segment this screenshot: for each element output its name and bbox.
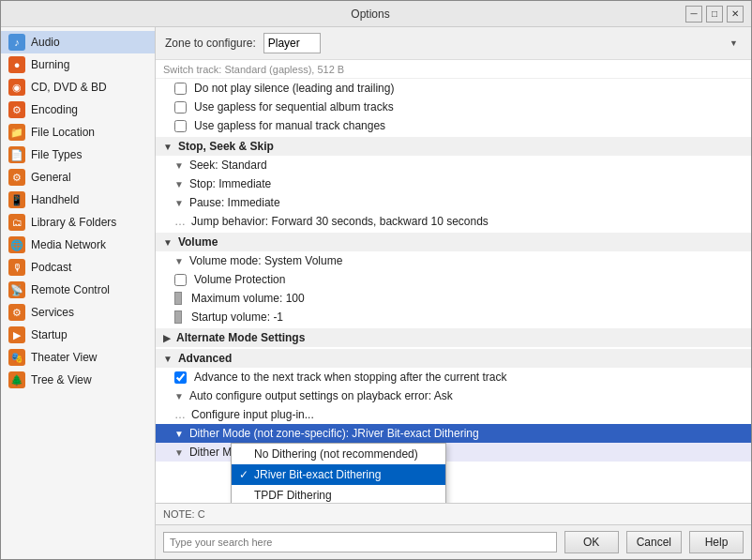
maximize-button[interactable]: □ <box>706 6 723 23</box>
option-volume-mode: ▼ Volume mode: System Volume <box>156 251 751 270</box>
sidebar-item-general[interactable]: ⚙General <box>1 166 155 189</box>
dither-option-jriver[interactable]: JRiver Bit-exact Dithering <box>232 464 445 485</box>
label-seek: Seek: Standard <box>189 159 267 172</box>
sidebar-item-services[interactable]: ⚙Services <box>1 301 155 324</box>
zone-bar: Zone to configure: Player <box>156 27 751 60</box>
option-volume-protection: Volume Protection <box>156 270 751 289</box>
general-icon: ⚙ <box>8 169 25 186</box>
services-icon: ⚙ <box>8 304 25 321</box>
sidebar-item-treeview[interactable]: 🌲Tree & View <box>1 369 155 391</box>
sidebar-item-remotecontrol[interactable]: 📡Remote Control <box>1 279 155 301</box>
label-pause: Pause: Immediate <box>189 196 280 209</box>
checkbox-volume-protection[interactable] <box>174 274 187 286</box>
section-alternate-mode[interactable]: ▶ Alternate Mode Settings <box>156 328 751 347</box>
sidebar-item-theaterview[interactable]: 🎭Theater View <box>1 346 155 369</box>
options-panel[interactable]: Switch track: Standard (gapless), 512 B … <box>156 60 751 503</box>
checkbox-no-silence[interactable] <box>174 83 187 95</box>
treeview-icon: 🌲 <box>8 371 25 388</box>
sidebar-item-startup[interactable]: ▶Startup <box>1 324 155 346</box>
label-no-silence: Do not play silence (leading and trailin… <box>194 82 394 95</box>
sidebar-label-cd: CD, DVD & BD <box>31 81 107 94</box>
label-gapless-manual: Use gapless for manual track changes <box>194 119 385 132</box>
section-advanced[interactable]: ▼ Advanced <box>156 349 751 368</box>
library-icon: 🗂 <box>8 214 25 231</box>
sub-arrow-stop: ▼ <box>174 179 184 189</box>
search-input[interactable] <box>163 532 557 552</box>
sidebar-item-cd[interactable]: ◉CD, DVD & BD <box>1 76 155 98</box>
sidebar-item-encoding[interactable]: ⚙Encoding <box>1 98 155 121</box>
burning-icon: ● <box>8 56 25 73</box>
sidebar-item-medianetwork[interactable]: 🌐Media Network <box>1 234 155 256</box>
sub-arrow-auto-configure: ▼ <box>174 391 184 401</box>
dither-dropdown-menu: No Dithering (not recommended) JRiver Bi… <box>231 443 446 503</box>
window-controls: ─ □ ✕ <box>685 6 744 23</box>
note-text: NOTE: C <box>163 508 205 520</box>
label-advance-track: Advance to the next track when stopping … <box>194 371 507 384</box>
sidebar-item-library[interactable]: 🗂Library & Folders <box>1 211 155 234</box>
minimize-button[interactable]: ─ <box>685 6 702 23</box>
handheld-icon: 📱 <box>8 191 25 208</box>
option-stop: ▼ Stop: Immediate <box>156 174 751 193</box>
label-dither-mode: Dither Mode (not zone-specific): JRiver … <box>189 427 479 440</box>
option-dither-mode[interactable]: ▼ Dither Mode (not zone-specific): JRive… <box>156 424 751 443</box>
label-stop: Stop: Immediate <box>189 177 271 190</box>
checkbox-advance-track[interactable] <box>174 371 187 384</box>
help-button[interactable]: Help <box>689 531 744 553</box>
option-configure-plugin: … Configure input plug-in... <box>156 405 751 424</box>
sidebar-label-filelocation: File Location <box>31 126 95 139</box>
option-auto-configure: ▼ Auto configure output settings on play… <box>156 386 751 405</box>
label-volume: Volume <box>178 235 218 249</box>
arrow-stop-seek-skip: ▼ <box>163 142 173 152</box>
options-window: Options ─ □ ✕ ♪Audio●Burning◉CD, DVD & B… <box>0 0 752 560</box>
sidebar-item-filetypes[interactable]: 📄File Types <box>1 144 155 166</box>
option-advance-track: Advance to the next track when stopping … <box>156 368 751 386</box>
checkbox-gapless-sequential[interactable] <box>174 101 187 114</box>
cancel-button[interactable]: Cancel <box>626 531 682 553</box>
sub-arrow-seek: ▼ <box>174 160 184 171</box>
arrow-alternate-mode: ▶ <box>163 333 171 343</box>
search-bar: OK Cancel Help <box>156 524 751 559</box>
label-jriver-dither: JRiver Bit-exact Dithering <box>254 468 381 481</box>
dots-configure-plugin: … <box>174 408 186 421</box>
close-button[interactable]: ✕ <box>727 6 744 23</box>
slider-startup-volume[interactable] <box>174 310 182 324</box>
sidebar-item-burning[interactable]: ●Burning <box>1 53 155 76</box>
label-no-dither: No Dithering (not recommended) <box>254 447 418 461</box>
sub-arrow-dither-nr: ▼ <box>174 447 184 458</box>
scroll-hint-line: Switch track: Standard (gapless), 512 B <box>156 60 751 79</box>
medianetwork-icon: 🌐 <box>8 236 25 253</box>
encoding-icon: ⚙ <box>8 101 25 118</box>
sidebar-label-library: Library & Folders <box>31 216 116 229</box>
sidebar-item-podcast[interactable]: 🎙Podcast <box>1 256 155 279</box>
sidebar-label-services: Services <box>31 306 74 319</box>
option-gapless-manual: Use gapless for manual track changes <box>156 116 751 135</box>
sidebar-label-encoding: Encoding <box>31 103 78 116</box>
zone-dropdown[interactable]: Player <box>263 33 321 53</box>
option-max-volume: Maximum volume: 100 <box>156 289 751 308</box>
section-volume[interactable]: ▼ Volume <box>156 233 751 251</box>
sidebar-label-medianetwork: Media Network <box>31 238 106 251</box>
dither-option-no-dither[interactable]: No Dithering (not recommended) <box>232 444 445 464</box>
sidebar-item-filelocation[interactable]: 📁File Location <box>1 121 155 144</box>
zone-dropdown-wrap: Player <box>263 33 742 53</box>
zone-label: Zone to configure: <box>165 37 256 50</box>
dither-option-tpdf[interactable]: TPDF Dithering <box>232 485 445 503</box>
arrow-advanced: ▼ <box>163 354 173 364</box>
audio-icon: ♪ <box>8 34 25 51</box>
sidebar-item-handheld[interactable]: 📱Handheld <box>1 189 155 211</box>
title-bar: Options ─ □ ✕ <box>1 1 751 27</box>
sidebar-item-audio[interactable]: ♪Audio <box>1 31 155 53</box>
section-stop-seek-skip[interactable]: ▼ Stop, Seek & Skip <box>156 137 751 156</box>
label-volume-protection: Volume Protection <box>194 273 285 286</box>
startup-icon: ▶ <box>8 326 25 343</box>
checkbox-gapless-manual[interactable] <box>174 120 187 132</box>
option-jump: … Jump behavior: Forward 30 seconds, bac… <box>156 212 751 231</box>
sidebar-label-filetypes: File Types <box>31 148 82 161</box>
slider-max-volume[interactable] <box>174 292 182 305</box>
cd-icon: ◉ <box>8 79 25 96</box>
filetypes-icon: 📄 <box>8 146 25 163</box>
podcast-icon: 🎙 <box>8 259 25 276</box>
ok-button[interactable]: OK <box>564 531 619 553</box>
label-alternate-mode: Alternate Mode Settings <box>176 331 305 344</box>
sidebar-label-burning: Burning <box>31 58 69 71</box>
